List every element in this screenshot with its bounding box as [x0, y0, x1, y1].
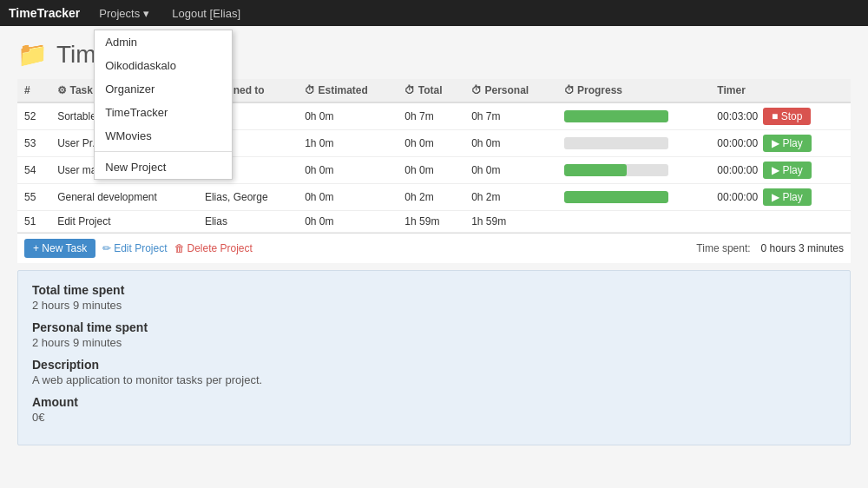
dropdown-item-organizer[interactable]: Organizer: [95, 77, 232, 101]
cell-personal: 0h 2m: [464, 184, 557, 211]
cell-progress: [557, 102, 711, 130]
projects-button[interactable]: Projects ▾: [94, 5, 155, 22]
personal-time-title: Personal time spent: [32, 320, 836, 334]
time-spent-label: Time spent:: [696, 242, 750, 254]
cell-total: 0h 0m: [398, 130, 464, 157]
timer-value: 00:03:00: [717, 110, 758, 122]
cell-timer: 00:00:00▶ Play: [710, 130, 851, 157]
total-time-title: Total time spent: [32, 283, 836, 297]
logout-button[interactable]: Logout [Elias]: [172, 7, 240, 20]
brand: TimeTracker: [9, 6, 80, 20]
cell-task: General development: [50, 184, 198, 211]
projects-dropdown[interactable]: Projects ▾ Admin Oikodidaskalo Organizer…: [94, 5, 155, 22]
timer-value: 00:00:00: [717, 137, 758, 149]
table-row: 55General developmentElias, George0h 0m0…: [17, 184, 851, 211]
progress-bar-wrap: [564, 110, 668, 122]
projects-dropdown-menu: Admin Oikodidaskalo Organizer TimeTracke…: [94, 30, 233, 180]
cell-estimated: 0h 0m: [298, 157, 398, 184]
cell-personal: 0h 0m: [464, 130, 557, 157]
col-estimated: ⏱ Estimated: [298, 79, 398, 102]
edit-project-button[interactable]: ✏ Edit Project: [102, 242, 167, 254]
cell-timer: 00:03:00■ Stop: [710, 102, 851, 130]
table-row: 51Edit ProjectElias0h 0m1h 59m1h 59m: [17, 211, 851, 233]
cell-timer: [710, 211, 851, 233]
cell-total: 0h 0m: [398, 157, 464, 184]
col-personal: ⏱ Personal: [464, 79, 557, 102]
cell-estimated: 0h 0m: [298, 102, 398, 130]
new-task-button[interactable]: + New Task: [24, 239, 95, 258]
play-button[interactable]: ▶ Play: [763, 162, 812, 179]
edit-icon: ✏: [102, 242, 111, 254]
dropdown-divider: [95, 151, 232, 152]
cell-assigned: Elias, George: [198, 184, 298, 211]
cell-id: 55: [17, 184, 50, 211]
dropdown-item-oikodidaskalo[interactable]: Oikodidaskalo: [95, 54, 232, 77]
progress-bar-wrap: [564, 191, 668, 203]
cell-timer: 00:00:00▶ Play: [710, 184, 851, 211]
dropdown-item-timetracker[interactable]: TimeTracker: [95, 101, 232, 124]
trash-icon: 🗑: [174, 242, 185, 254]
cell-personal: 1h 59m: [464, 211, 557, 233]
cell-task: Edit Project: [50, 211, 198, 233]
col-progress: ⏱ Progress: [557, 79, 711, 102]
col-timer: Timer: [710, 79, 851, 102]
cell-timer: 00:00:00▶ Play: [710, 157, 851, 184]
cell-id: 53: [17, 130, 50, 157]
navbar: TimeTracker Projects ▾ Admin Oikodidaska…: [0, 0, 868, 26]
progress-bar-fill: [564, 110, 668, 122]
timer-value: 00:00:00: [717, 191, 758, 203]
project-icon: 📁: [17, 40, 48, 69]
description-title: Description: [32, 358, 836, 372]
cell-total: 0h 2m: [398, 184, 464, 211]
cell-total: 1h 59m: [398, 211, 464, 233]
stop-button[interactable]: ■ Stop: [763, 108, 811, 125]
cell-id: 51: [17, 211, 50, 233]
play-button[interactable]: ▶ Play: [763, 188, 812, 206]
description-value: A web application to monitor tasks per p…: [32, 373, 836, 386]
cell-progress: [557, 157, 711, 184]
caret-icon: ▾: [143, 7, 149, 20]
amount-title: Amount: [32, 395, 836, 409]
cell-progress: [557, 130, 711, 157]
cell-assigned: Elias: [198, 211, 298, 233]
amount-value: 0€: [32, 411, 836, 424]
personal-time-value: 2 hours 9 minutes: [32, 336, 836, 349]
progress-bar-fill: [564, 164, 627, 176]
cell-id: 54: [17, 157, 50, 184]
progress-bar-wrap: [564, 137, 668, 149]
col-id: #: [17, 79, 50, 102]
cell-progress: [557, 184, 711, 211]
cell-estimated: 0h 0m: [298, 184, 398, 211]
cell-personal: 0h 7m: [464, 102, 557, 130]
cell-id: 52: [17, 102, 50, 130]
timer-value: 00:00:00: [717, 164, 758, 176]
progress-bar-wrap: [564, 164, 668, 176]
delete-project-button[interactable]: 🗑 Delete Project: [174, 242, 253, 254]
time-spent-value: 0 hours 3 minutes: [761, 242, 844, 254]
total-time-value: 2 hours 9 minutes: [32, 299, 836, 312]
cell-estimated: 0h 0m: [298, 211, 398, 233]
dropdown-item-new-project[interactable]: New Project: [95, 155, 232, 179]
cell-total: 0h 7m: [398, 102, 464, 130]
dropdown-item-wmovies[interactable]: WMovies: [95, 124, 232, 148]
cell-personal: 0h 0m: [464, 157, 557, 184]
cell-progress: [557, 211, 711, 233]
action-bar: + New Task ✏ Edit Project 🗑 Delete Proje…: [17, 233, 851, 263]
col-total: ⏱ Total: [398, 79, 464, 102]
cell-estimated: 1h 0m: [298, 130, 398, 157]
info-panel: Total time spent 2 hours 9 minutes Perso…: [17, 270, 851, 445]
play-button[interactable]: ▶ Play: [763, 135, 812, 152]
progress-bar-fill: [564, 191, 668, 203]
dropdown-item-admin[interactable]: Admin: [95, 30, 232, 54]
